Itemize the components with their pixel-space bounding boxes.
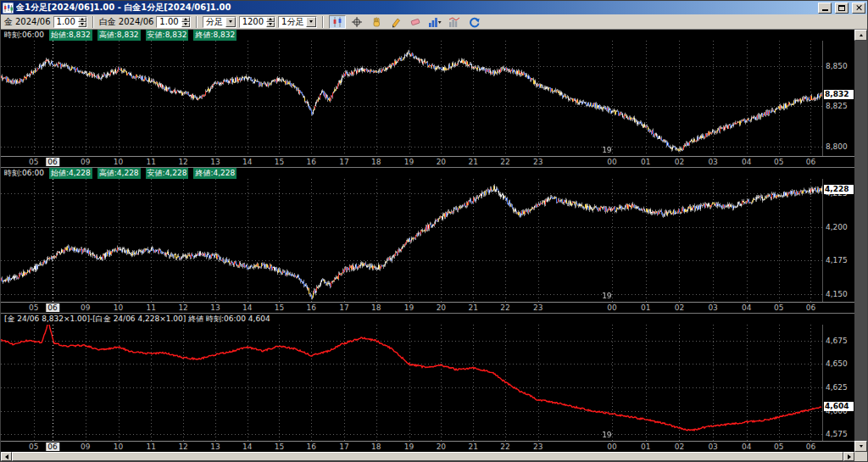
x-axis-label: 03 (708, 303, 717, 312)
scroll-down-button[interactable] (854, 441, 867, 452)
x-axis-label: 13 (210, 303, 220, 312)
erase-tool-button[interactable] (407, 15, 424, 29)
x-axis-label: 02 (675, 303, 684, 312)
x-axis-label: 15 (275, 443, 284, 451)
chevron-down-icon[interactable] (225, 17, 236, 27)
gold-multiplier-stepper[interactable]: 1.00 (53, 16, 87, 28)
spin-down-button[interactable] (181, 22, 190, 27)
spread-formula-label: [金 24/06 8,832×1.00]-[白金 24/06 4,228×1.0… (4, 314, 270, 325)
close-value: 終値:8,832 (193, 30, 236, 41)
x-axis-label: 19 (404, 158, 414, 166)
x-axis-label: 14 (242, 303, 252, 312)
gold-candles-canvas[interactable] (1, 41, 822, 156)
crosshair-icon (351, 16, 363, 28)
minimize-icon (822, 9, 828, 11)
spread-chart-panel: [金 24/06 8,832×1.00]-[白金 24/06 4,228×1.0… (1, 313, 854, 452)
timeframe-dropdown[interactable]: 1分足 (278, 16, 317, 28)
gold-multiplier-value: 1.00 (54, 17, 78, 27)
gold-last-price-tag: 8,832 (824, 90, 854, 99)
low-value: 安値:8,832 (146, 30, 189, 41)
refresh-button[interactable] (465, 15, 482, 29)
scroll-right-button[interactable] (843, 452, 854, 461)
y-axis-label: 4,675 (826, 337, 848, 345)
pan-tool-button[interactable] (368, 15, 385, 29)
x-axis-label: 05 (29, 158, 38, 166)
x-axis-label: 01 (641, 303, 650, 312)
bar-count-stepper[interactable]: 1200 (239, 16, 275, 28)
indicator-menu-button[interactable] (426, 15, 443, 29)
close-button[interactable] (852, 3, 865, 14)
platinum-multiplier-stepper[interactable]: 1.00 (156, 16, 190, 28)
spin-down-button[interactable] (266, 22, 275, 27)
x-axis-label: 16 (307, 158, 316, 166)
x-axis-label: 19 (404, 443, 414, 451)
x-axis-label: 13 (210, 158, 220, 166)
gold-chart-panel: 時刻:06:00 始値:8,832 高値:8,832 安値:8,832 終値:8… (1, 30, 854, 167)
close-value: 終値:4,228 (193, 168, 236, 179)
histogram-view-button[interactable] (446, 15, 463, 29)
x-axis-label: 10 (114, 303, 123, 312)
scroll-up-button[interactable] (854, 30, 867, 41)
x-axis-label: 11 (147, 443, 156, 451)
x-axis-label: 13 (210, 443, 220, 451)
x-axis-label: 09 (81, 443, 90, 451)
spread-plot-area[interactable]: 19 (1, 325, 822, 441)
chart-app-window: 金1分足[2024/06]1.00 - 白金1分足[2024/06]1.00 金… (0, 0, 868, 462)
bar-chart-icon (428, 16, 442, 28)
horizontal-scrollbar[interactable] (1, 452, 854, 461)
gold-label: 金 (4, 16, 13, 28)
platinum-time-axis: 0506091011121314151617181920212223000102… (1, 302, 854, 313)
toolbar-separator (322, 16, 324, 28)
toolbar: 金 2024/06 1.00 白金 2024/06 1.00 分足 1200 (1, 14, 867, 30)
chart-panels: 時刻:06:00 始値:8,832 高値:8,832 安値:8,832 終値:8… (1, 30, 854, 452)
x-axis-label: 05 (29, 443, 38, 451)
x-axis-label: 06 (806, 303, 815, 312)
gold-plot-area[interactable]: 19 (1, 41, 822, 156)
spread-time-axis: 0506091011121314151617181920212223000102… (1, 441, 854, 452)
scrollbar-corner (854, 452, 867, 461)
x-axis-label: 16 (307, 303, 316, 312)
scroll-left-button[interactable] (1, 452, 12, 461)
x-axis-label: 03 (708, 158, 717, 166)
x-axis-label: 21 (468, 158, 477, 166)
x-axis-label: 23 (533, 443, 542, 451)
x-axis-label: 18 (371, 158, 381, 166)
date-marker: 19 (602, 431, 611, 439)
pencil-icon (390, 16, 402, 28)
x-axis-label: 02 (675, 443, 684, 451)
vertical-scrollbar[interactable] (854, 30, 867, 452)
maximize-button[interactable] (835, 3, 849, 14)
y-axis-label: 4,650 (826, 359, 848, 368)
platinum-plot-area[interactable]: 19 (1, 179, 822, 302)
x-axis-label: 20 (437, 158, 446, 166)
scrollbar-thumb[interactable] (12, 452, 843, 461)
spread-line-canvas[interactable] (1, 325, 822, 441)
platinum-candles-canvas[interactable] (1, 179, 822, 302)
histogram-icon (448, 16, 460, 28)
low-value: 安値:4,228 (146, 168, 189, 179)
spread-price-axis: 4,604 4,6754,6504,6254,6004,575 (822, 325, 854, 441)
x-axis-label: 06 (806, 158, 815, 166)
chevron-down-icon[interactable] (306, 17, 316, 27)
candlestick-icon (331, 16, 343, 28)
gold-time-axis: 0506091011121314151617181920212223000102… (1, 156, 854, 167)
window-title: 金1分足[2024/06]1.00 - 白金1分足[2024/06]1.00 (16, 2, 815, 14)
x-axis-label: 00 (607, 158, 616, 166)
x-axis-label: 11 (147, 158, 156, 166)
x-axis-label: 05 (774, 443, 783, 451)
x-axis-label: 02 (675, 158, 684, 166)
x-axis-label: 17 (339, 443, 348, 451)
high-value: 高値:8,832 (97, 30, 141, 41)
draw-tool-button[interactable] (387, 15, 404, 29)
time-label: 時刻:06:00 (4, 30, 44, 41)
minimize-button[interactable] (818, 3, 832, 14)
x-axis-label: 06 (46, 443, 58, 451)
candlestick-mode-button[interactable] (329, 15, 346, 29)
bar-type-dropdown[interactable]: 分足 (203, 16, 236, 28)
spin-down-button[interactable] (78, 22, 86, 27)
timeframe-value: 1分足 (279, 17, 306, 27)
x-axis-label: 11 (147, 303, 156, 312)
crosshair-tool-button[interactable] (348, 15, 365, 29)
y-axis-label: 8,850 (826, 62, 848, 70)
titlebar[interactable]: 金1分足[2024/06]1.00 - 白金1分足[2024/06]1.00 (1, 1, 867, 14)
